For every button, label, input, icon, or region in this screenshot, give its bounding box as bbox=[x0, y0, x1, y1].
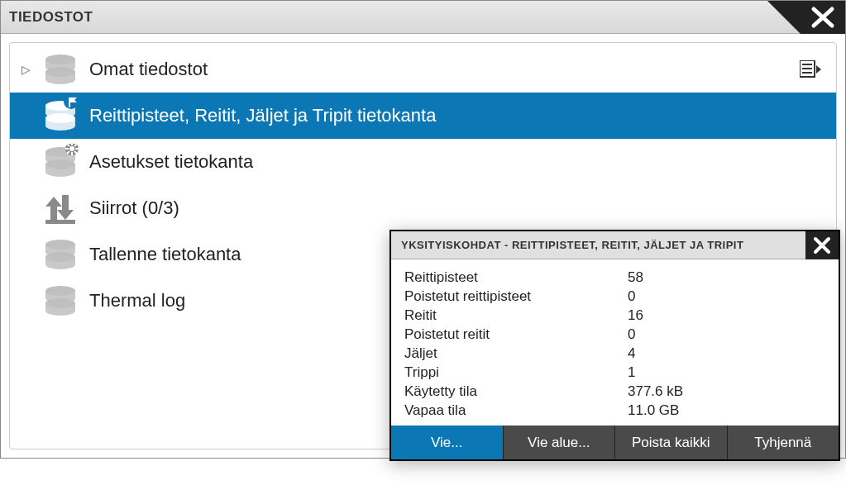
details-key: Trippi bbox=[404, 364, 628, 381]
details-row: Reitit16 bbox=[404, 307, 825, 324]
tree-item-label: Asetukset tietokanta bbox=[89, 151, 836, 173]
details-close-button[interactable] bbox=[805, 231, 839, 259]
files-close-button[interactable] bbox=[767, 1, 845, 34]
details-dialog: YKSITYISKOHDAT - REITTIPISTEET, REITIT, … bbox=[390, 230, 840, 461]
details-row: Poistetut reitit0 bbox=[404, 326, 825, 343]
db-icon bbox=[31, 51, 89, 88]
details-row: Reittipisteet58 bbox=[404, 269, 825, 286]
details-action-button[interactable]: Vie alue... bbox=[504, 426, 616, 459]
details-value: 4 bbox=[628, 345, 825, 362]
details-body: Reittipisteet58Poistetut reittipisteet0R… bbox=[391, 259, 839, 426]
list-action-button[interactable] bbox=[786, 60, 836, 78]
svg-rect-24 bbox=[45, 220, 75, 224]
details-key: Reittipisteet bbox=[404, 269, 628, 286]
details-value: 0 bbox=[628, 326, 825, 343]
transfer-icon bbox=[31, 190, 89, 226]
details-value: 16 bbox=[628, 307, 825, 324]
tree-item-label: Reittipisteet, Reitit, Jäljet ja Tripit … bbox=[89, 105, 836, 126]
db-icon bbox=[31, 236, 89, 273]
svg-rect-11 bbox=[69, 97, 70, 107]
tree-item[interactable]: ▷ Omat tiedostot bbox=[10, 46, 836, 93]
svg-point-15 bbox=[69, 146, 74, 151]
close-icon bbox=[767, 1, 845, 34]
details-value: 377.6 kB bbox=[628, 383, 825, 400]
list-icon bbox=[800, 60, 823, 78]
expand-icon[interactable]: ▷ bbox=[20, 63, 31, 76]
details-action-button[interactable]: Tyhjennä bbox=[728, 426, 839, 459]
details-action-button[interactable]: Vie... bbox=[391, 426, 504, 459]
db-flag-icon bbox=[31, 97, 89, 134]
db-gear-icon bbox=[31, 144, 89, 180]
db-icon bbox=[31, 283, 89, 319]
details-action-button[interactable]: Poista kaikki bbox=[615, 426, 728, 459]
details-value: 0 bbox=[628, 288, 825, 305]
details-key: Poistetut reitit bbox=[404, 326, 628, 343]
tree-item-label: Siirrot (0/3) bbox=[89, 197, 836, 219]
details-row: Jäljet4 bbox=[404, 345, 825, 362]
details-row: Käytetty tila377.6 kB bbox=[404, 383, 825, 400]
files-title: TIEDOSTOT bbox=[9, 9, 93, 26]
details-actions: Vie...Vie alue...Poista kaikkiTyhjennä bbox=[391, 426, 839, 459]
details-row: Poistetut reittipisteet0 bbox=[404, 288, 825, 305]
details-value: 58 bbox=[628, 269, 825, 286]
close-icon bbox=[812, 235, 832, 255]
details-value: 11.0 GB bbox=[628, 402, 825, 419]
details-header: YKSITYISKOHDAT - REITTIPISTEET, REITIT, … bbox=[391, 231, 839, 259]
tree-item[interactable]: Asetukset tietokanta bbox=[10, 139, 836, 185]
details-row: Trippi1 bbox=[404, 364, 825, 381]
details-key: Käytetty tila bbox=[404, 383, 628, 400]
details-key: Poistetut reittipisteet bbox=[404, 288, 628, 305]
details-key: Reitit bbox=[404, 307, 628, 324]
details-title: YKSITYISKOHDAT - REITTIPISTEET, REITIT, … bbox=[401, 239, 743, 251]
details-row: Vapaa tila11.0 GB bbox=[404, 402, 825, 419]
tree-item[interactable]: Siirrot (0/3) bbox=[10, 185, 836, 231]
tree-item-label: Omat tiedostot bbox=[89, 59, 786, 80]
details-value: 1 bbox=[628, 364, 825, 381]
tree-item[interactable]: Reittipisteet, Reitit, Jäljet ja Tripit … bbox=[10, 93, 836, 139]
details-key: Jäljet bbox=[404, 345, 628, 362]
details-key: Vapaa tila bbox=[404, 402, 628, 419]
files-header: TIEDOSTOT bbox=[1, 1, 845, 34]
